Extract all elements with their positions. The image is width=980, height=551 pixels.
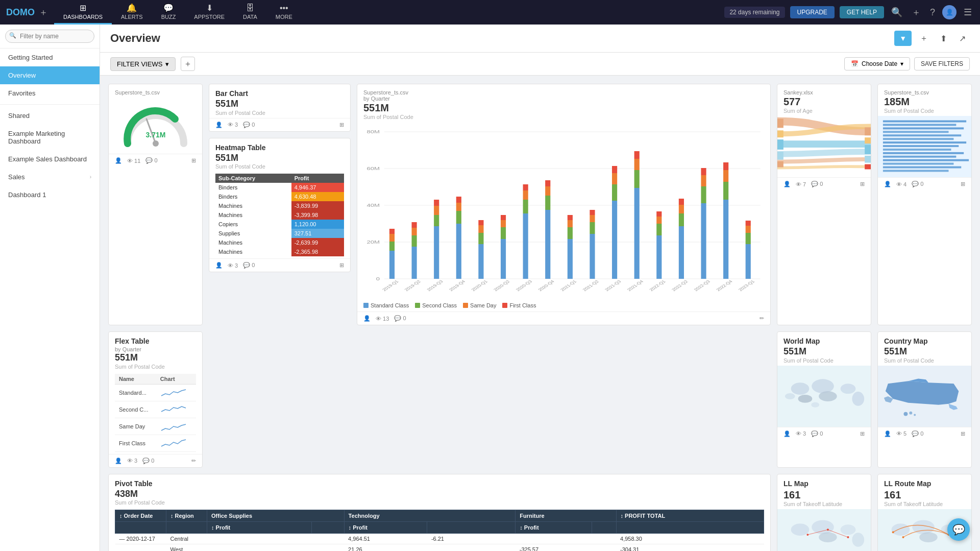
pivot-table-header: Pivot Table 438M Sum of Postal Code <box>109 474 770 508</box>
svg-point-125 <box>819 391 837 401</box>
avatar[interactable]: 👤 <box>942 5 957 19</box>
nav-data[interactable]: 🗄 DATA <box>234 1 266 25</box>
legend-dot-second <box>415 303 420 308</box>
svg-rect-105 <box>865 145 871 154</box>
svg-rect-121 <box>883 166 961 169</box>
svg-point-148 <box>892 531 894 533</box>
svg-rect-43 <box>545 186 550 196</box>
heatmap-table: Sub-Category Profit Binders4,946.37 Bind… <box>215 174 344 256</box>
ll-route-title: LL Route Map <box>884 480 965 488</box>
svg-rect-34 <box>501 227 506 239</box>
filter-right: 📅 Choose Date ▾ SAVE FILTERS <box>844 57 970 70</box>
flex-table-title: Flex Table <box>115 337 196 345</box>
country-map-card: Country Map 551M Sum of Postal Code <box>877 331 972 468</box>
svg-rect-70 <box>701 186 706 203</box>
bar-chart-small-value: 551M <box>215 99 344 110</box>
bar-chart-small-card: Bar Chart 551M Sum of Postal Code 👤 👁 3 … <box>209 84 351 132</box>
grid-icon-hm: ⊞ <box>339 262 344 269</box>
sankey-label: Sum of Age <box>783 108 865 114</box>
filter-icon-button[interactable]: ▼ <box>894 31 912 46</box>
svg-point-133 <box>914 414 916 416</box>
svg-text:2020-Q1: 2020-Q1 <box>470 279 488 292</box>
legend-dot-sameday <box>463 303 468 308</box>
svg-rect-118 <box>883 156 956 158</box>
nav-more[interactable]: ••• MORE <box>266 1 302 25</box>
sidebar-item-overview[interactable]: Overview <box>0 66 100 84</box>
app-body: Getting Started Overview Favorites Share… <box>0 25 980 551</box>
sparkline-svg <box>160 387 188 398</box>
heatmap-footer: 👤 👁 3 💬 0 ⊞ <box>209 258 350 272</box>
pivot-table-value: 438M <box>115 489 764 500</box>
nav-buzz[interactable]: 💬 BUZZ <box>152 0 185 25</box>
world-map-footer: 👤 👁 3 💬 0 ⊞ <box>777 427 871 440</box>
svg-text:2023-Q1: 2023-Q1 <box>737 279 755 292</box>
svg-rect-79 <box>746 226 751 233</box>
sidebar-item-sales[interactable]: Sales › <box>0 168 100 186</box>
main-bar-chart-svg: 80M 60M 40M 20M 0 <box>363 124 764 298</box>
svg-rect-57 <box>634 188 640 279</box>
table-row: Copiers1,120.00 <box>215 220 344 229</box>
sidebar-item-favorites[interactable]: Favorites <box>0 84 100 102</box>
svg-rect-50 <box>590 222 595 234</box>
pivot-col-office-supplies: Office Supplies <box>207 510 345 522</box>
nav-dashboards[interactable]: ⊞ DASHBOARDS <box>54 0 112 25</box>
gauge-svg: 3.71M <box>120 103 191 149</box>
svg-rect-24 <box>434 200 439 206</box>
pivot-table-card: Pivot Table 438M Sum of Postal Code ↕ Or… <box>108 474 771 551</box>
sparkline-svg <box>160 420 188 432</box>
nav-alerts[interactable]: 🔔 ALERTS <box>112 0 152 25</box>
country-map-footer: 👤 👁 5 💬 0 ⊞ <box>878 427 971 440</box>
sr-comments: 💬 0 <box>912 181 923 187</box>
logo: DOMO <box>6 7 35 18</box>
main-bar-chart-card: Superstore_ts.csv by Quarter 551M Sum of… <box>357 84 771 325</box>
sidebar-item-shared[interactable]: Shared <box>0 107 100 125</box>
dashboard-grid: Superstore_ts.csv <box>100 76 980 551</box>
chat-button[interactable]: 💬 <box>947 518 970 541</box>
svg-point-132 <box>909 411 912 414</box>
add-card-button[interactable]: ＋ <box>916 31 932 46</box>
menu-icon[interactable]: ☰ <box>962 5 974 20</box>
share-button[interactable]: ⬆ <box>936 32 951 45</box>
wm-comments: 💬 0 <box>811 430 823 437</box>
help-button[interactable]: ? <box>928 5 937 20</box>
ft-comments: 💬 0 <box>142 458 154 464</box>
nav-appstore[interactable]: ⬇ APPSTORE <box>185 0 234 25</box>
save-filters-button[interactable]: SAVE FILTERS <box>914 57 970 70</box>
svg-point-130 <box>811 402 819 407</box>
svg-rect-38 <box>523 200 528 213</box>
sidebar-item-dashboard1[interactable]: Dashboard 1 <box>0 186 100 204</box>
add-button[interactable]: ＋ <box>39 6 48 18</box>
pivot-col-order-date: ↕ Order Date <box>115 510 166 522</box>
svg-rect-31 <box>478 225 483 233</box>
svg-rect-30 <box>478 233 483 244</box>
svg-text:20M: 20M <box>367 239 380 245</box>
ll-map-header: LL Map 161 Sum of Takeoff Latitude <box>777 474 871 509</box>
spacer-col3 <box>357 331 771 468</box>
pivot-subhead-tech-profit: ↕ Profit <box>344 522 427 534</box>
choose-date-button[interactable]: 📅 Choose Date ▾ <box>844 57 910 70</box>
flex-col-name: Name <box>115 374 156 385</box>
filter-input[interactable] <box>5 30 94 43</box>
dashboards-icon: ⊞ <box>80 3 86 13</box>
filter-add-button[interactable]: ＋ <box>181 57 195 71</box>
svg-text:2022-Q4: 2022-Q4 <box>715 279 733 292</box>
svg-point-126 <box>841 384 856 394</box>
heatmap-label: Sum of Postal Code <box>215 163 344 170</box>
filter-views-button[interactable]: FILTER VIEWS ▾ <box>110 57 176 71</box>
get-help-button[interactable]: GET HELP <box>840 6 884 18</box>
more-icon: ••• <box>280 4 288 13</box>
svg-rect-18 <box>411 235 416 247</box>
add-nav-button[interactable]: ＋ <box>910 4 923 20</box>
main-bar-footer: 👤 👁 13 💬 0 ✏ <box>357 312 770 325</box>
sidebar-item-sales-dashboard[interactable]: Example Sales Dashboard <box>0 150 100 168</box>
sidebar-item-marketing-dashboard[interactable]: Example Marketing Dashboard <box>0 125 100 150</box>
search-button[interactable]: 🔍 <box>889 5 904 20</box>
svg-rect-109 <box>883 124 956 126</box>
svg-rect-101 <box>777 152 783 160</box>
hm-views: 👁 3 <box>228 262 238 269</box>
svg-text:2019-Q3: 2019-Q3 <box>426 279 444 292</box>
upgrade-button[interactable]: UPGRADE <box>790 6 835 18</box>
bar-chart-small-footer: 👤 👁 3 💬 0 ⊞ <box>209 118 350 131</box>
sidebar-item-getting-started[interactable]: Getting Started <box>0 49 100 66</box>
expand-button[interactable]: ↗ <box>955 32 970 45</box>
